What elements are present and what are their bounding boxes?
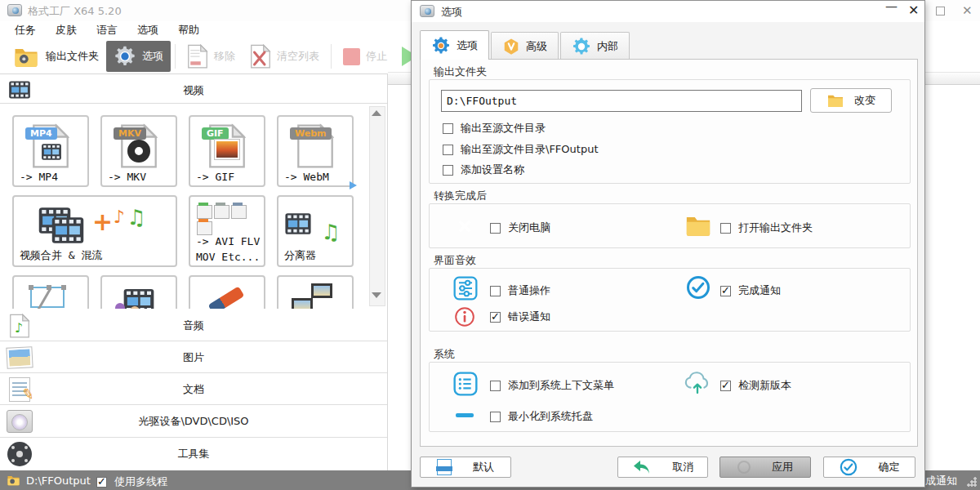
category-rom-device[interactable]: 光驱设备\DVD\CD\ISO	[0, 405, 387, 438]
output-folder-button[interactable]: 输出文件夹	[5, 41, 106, 72]
format-factory-app: 格式工厂 X64 5.20 ✕ 任务 皮肤 语言 选项 帮助 输出文件夹 选项 …	[0, 0, 980, 490]
panel-scrollbar[interactable]	[369, 106, 385, 306]
dialog-minimize-icon[interactable]: —	[885, 0, 898, 14]
checkbox[interactable]	[490, 312, 501, 323]
tab-advanced[interactable]: 高级	[491, 32, 559, 60]
option-complete-notify-sound[interactable]: 完成通知	[720, 283, 781, 298]
option-minimize-tray[interactable]: 最小化到系统托盘	[490, 409, 593, 424]
card-video-editor[interactable]	[100, 275, 177, 309]
checkbox[interactable]	[490, 412, 501, 422]
scroll-down-icon[interactable]	[372, 292, 383, 302]
stop-button[interactable]: 停止	[336, 41, 394, 72]
checkbox[interactable]	[490, 381, 501, 391]
resize-grip[interactable]	[967, 477, 977, 487]
checkbox[interactable]	[720, 381, 731, 391]
options-button[interactable]: 选项	[106, 41, 171, 72]
category-label: 工具集	[0, 447, 387, 461]
menu-language[interactable]: 语言	[96, 23, 118, 38]
option-append-setting-name[interactable]: 添加设置名称	[443, 163, 524, 177]
category-toolset[interactable]: 工具集	[0, 438, 387, 471]
card-to-avi-flv-mov[interactable]: -> AVI FLV MOV Etc...	[189, 195, 265, 267]
menu-options[interactable]: 选项	[137, 23, 158, 38]
main-close-icon[interactable]: ✕	[962, 2, 973, 19]
option-normal-op-sound[interactable]: 普通操作	[490, 283, 550, 298]
card-label: 分离器	[284, 248, 316, 263]
info-circle-icon	[454, 306, 475, 327]
option-output-source-dir[interactable]: 输出至源文件目录	[443, 121, 546, 136]
cancel-label: 取消	[673, 460, 694, 474]
clear-list-icon	[250, 44, 271, 69]
format-panel: 视频 MP4 -> MP4 MKV -> MKV	[0, 74, 388, 470]
mkv-badge: MKV	[114, 127, 146, 140]
option-label: 添加设置名称	[461, 163, 524, 177]
remove-button[interactable]: 移除	[180, 41, 243, 72]
monitor-icon	[292, 298, 313, 309]
system-group: 添加到系统上下文菜单 检测新版本 最小化到系统托盘	[429, 362, 911, 432]
card-eraser-tool[interactable]	[189, 275, 265, 309]
category-video-header[interactable]: 视频	[0, 77, 387, 104]
category-audio[interactable]: ♪ 音频	[0, 310, 387, 341]
card-video-merge-mux[interactable]: + ♪ ♫ 视频合并 & 混流	[12, 195, 177, 267]
multithread-toggle[interactable]: 使用多线程	[96, 474, 167, 489]
tab-internal[interactable]: 内部	[560, 32, 630, 60]
checkbox[interactable]	[490, 286, 501, 296]
mp4-file-icon: MP4	[32, 123, 69, 172]
option-check-update[interactable]: 检测新版本	[720, 378, 791, 393]
ok-button[interactable]: 确定	[823, 457, 915, 478]
category-document[interactable]: ✎ 文档	[0, 373, 387, 405]
category-label: 图片	[0, 350, 387, 365]
output-path-input[interactable]	[441, 90, 802, 112]
option-label: 检测新版本	[738, 378, 791, 393]
default-doc-icon	[437, 459, 452, 475]
checkbox[interactable]	[443, 165, 453, 176]
minimize-dash-icon	[456, 413, 474, 417]
option-open-output-folder[interactable]: 打开输出文件夹	[720, 220, 813, 235]
tab-label: 内部	[597, 39, 618, 54]
dialog-titlebar: 选项 — ✕	[412, 1, 924, 22]
apply-button[interactable]: 应用	[719, 457, 811, 478]
card-screen-tool[interactable]	[277, 275, 354, 309]
checkbox[interactable]	[720, 223, 731, 234]
after-conversion-group: 关闭电脑 打开输出文件夹	[429, 203, 911, 248]
cancel-button[interactable]: 取消	[617, 457, 708, 478]
option-label: 打开输出文件夹	[738, 220, 813, 235]
mp4-badge: MP4	[25, 127, 57, 140]
option-error-notify-sound[interactable]: 错误通知	[490, 310, 550, 324]
card-label: -> MKV	[108, 171, 146, 183]
option-label: 完成通知	[738, 283, 781, 298]
check-circle-icon	[840, 458, 858, 476]
category-picture[interactable]: 图片	[0, 341, 387, 373]
music-note-icon: ♪	[114, 207, 125, 227]
default-button[interactable]: 默认	[420, 457, 511, 478]
scroll-up-icon[interactable]	[372, 110, 383, 120]
webm-file-icon: Webm	[296, 123, 334, 172]
card-splitter[interactable]: ♫ 分离器	[277, 195, 354, 267]
menu-skin[interactable]: 皮肤	[56, 23, 77, 38]
card-to-mp4[interactable]: MP4 -> MP4	[12, 115, 89, 187]
output-path-status[interactable]: D:\FFOutput	[7, 474, 91, 487]
menu-help[interactable]: 帮助	[178, 23, 199, 38]
checkbox[interactable]	[443, 145, 453, 155]
option-shutdown[interactable]: 关闭电脑	[490, 220, 550, 235]
gif-badge: GIF	[202, 127, 229, 140]
checkbox[interactable]	[490, 223, 501, 234]
card-crop-tool[interactable]	[12, 275, 89, 309]
clear-list-button[interactable]: 清空列表	[243, 41, 327, 72]
option-context-menu[interactable]: 添加到系统上下文菜单	[490, 378, 614, 393]
monitor-icon	[311, 283, 332, 298]
maximize-button[interactable]	[936, 7, 945, 16]
tab-options[interactable]: 选项	[420, 30, 489, 60]
checkbox[interactable]	[720, 286, 731, 296]
checkbox[interactable]	[443, 123, 453, 134]
menu-tasks[interactable]: 任务	[15, 23, 36, 38]
multithread-label: 使用多线程	[114, 474, 167, 489]
multithread-checkbox[interactable]	[96, 477, 107, 488]
dialog-tabbar: 选项 高级 内部	[420, 32, 631, 60]
card-to-gif[interactable]: GIF -> GIF	[189, 115, 265, 187]
statusbar-path: D:\FFOutput	[26, 474, 91, 487]
option-output-source-ffoutput[interactable]: 输出至源文件目录\FFOutput	[443, 142, 599, 157]
dialog-close-icon[interactable]: ✕	[908, 2, 919, 18]
card-to-webm[interactable]: Webm -> WebM	[277, 115, 354, 187]
card-to-mkv[interactable]: MKV -> MKV	[100, 115, 177, 187]
change-button[interactable]: 改变	[810, 88, 892, 113]
